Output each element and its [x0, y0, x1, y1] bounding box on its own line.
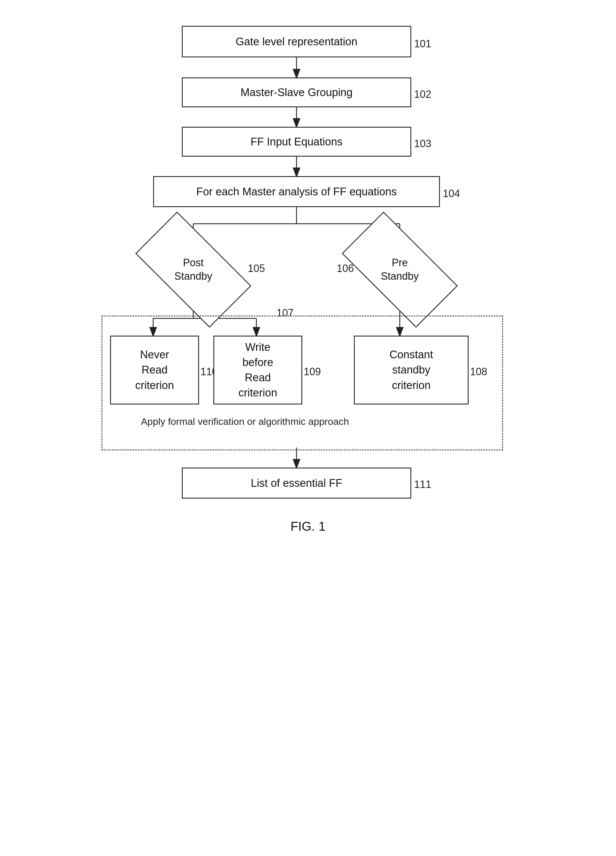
box-constant-standby: Constant standby criterion [354, 336, 469, 405]
diamond-post-standby: PostStandby [142, 241, 245, 298]
fig-caption: FIG. 1 [290, 519, 326, 534]
box-write-before-read: Write before Read criterion [214, 336, 302, 405]
formal-verification-text: Apply formal verification or algorithmic… [116, 416, 374, 427]
ref-109: 109 [304, 366, 321, 378]
box-gate-level: Gate level representation [182, 26, 411, 57]
box-master-slave: Master-Slave Grouping [182, 77, 411, 107]
ref-102: 102 [414, 88, 431, 100]
ref-104: 104 [443, 188, 460, 200]
ref-106: 106 [337, 262, 354, 274]
diamond-pre-standby: PreStandby [348, 241, 452, 298]
ref-105: 105 [248, 262, 265, 274]
box-essential-ff: List of essential FF [182, 468, 411, 499]
ref-103: 103 [414, 138, 431, 150]
ref-108: 108 [470, 366, 487, 378]
ref-111: 111 [414, 479, 431, 491]
box-ff-input: FF Input Equations [182, 127, 411, 157]
box-master-analysis: For each Master analysis of FF equations [153, 176, 440, 207]
box-never-read: Never Read criterion [110, 336, 199, 405]
ref-101: 101 [414, 38, 431, 50]
